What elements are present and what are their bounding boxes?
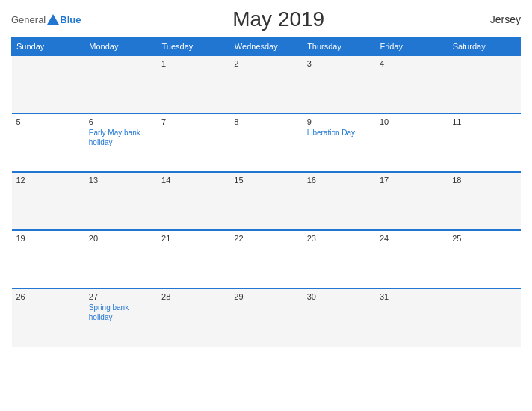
cell-w3-d4: 15: [229, 172, 302, 230]
day-number: 9: [307, 117, 371, 126]
day-number: 29: [234, 292, 297, 301]
week-row-4: 19202122232425: [12, 230, 521, 288]
logo: General Blue: [11, 14, 81, 25]
week-row-1: 1234: [12, 55, 521, 114]
cell-w1-d5: 3: [303, 55, 375, 114]
cell-w4-d3: 21: [157, 230, 229, 288]
day-number: 19: [16, 234, 80, 243]
cell-w4-d5: 23: [303, 230, 375, 288]
day-number: 15: [234, 176, 297, 185]
week-row-3: 12131415161718: [12, 172, 521, 230]
week-row-2: 56Early May bank holiday789Liberation Da…: [12, 114, 521, 172]
cell-w1-d7: [448, 55, 520, 114]
calendar-body: 123456Early May bank holiday789Liberatio…: [12, 55, 521, 347]
col-wednesday: Wednesday: [229, 38, 302, 56]
month-title: May 2019: [81, 7, 476, 31]
col-friday: Friday: [375, 38, 448, 56]
cell-w5-d4: 29: [229, 288, 302, 347]
day-number: 30: [307, 292, 371, 301]
cell-w4-d6: 24: [375, 230, 448, 288]
day-number: 5: [16, 117, 80, 126]
day-number: 13: [89, 176, 152, 185]
week-row-5: 2627Spring bank holiday28293031: [12, 288, 521, 347]
day-number: 24: [380, 234, 443, 243]
cell-w3-d2: 13: [84, 172, 157, 230]
col-saturday: Saturday: [448, 38, 520, 56]
cell-w4-d1: 19: [12, 230, 84, 288]
cell-w4-d2: 20: [84, 230, 157, 288]
cell-w4-d7: 25: [448, 230, 520, 288]
cell-w1-d1: [12, 55, 84, 114]
cell-w2-d7: 11: [448, 114, 520, 172]
col-sunday: Sunday: [12, 38, 84, 56]
holiday-label: Early May bank holiday: [89, 128, 152, 147]
day-number: 22: [234, 234, 297, 243]
calendar-page: General Blue May 2019 Jersey Sunday Mond…: [0, 0, 532, 411]
cell-w3-d3: 14: [157, 172, 229, 230]
cell-w5-d6: 31: [375, 288, 448, 347]
day-number: 18: [452, 176, 516, 185]
cell-w2-d2: 6Early May bank holiday: [84, 114, 157, 172]
col-thursday: Thursday: [303, 38, 375, 56]
logo-blue-text: Blue: [60, 15, 81, 25]
day-number: 6: [89, 117, 152, 126]
day-number: 16: [307, 176, 371, 185]
day-number: 26: [16, 292, 80, 301]
cell-w3-d7: 18: [448, 172, 520, 230]
cell-w3-d1: 12: [12, 172, 84, 230]
day-number: 27: [89, 292, 152, 301]
cell-w2-d1: 5: [12, 114, 84, 172]
cell-w2-d6: 10: [375, 114, 448, 172]
day-number: 14: [161, 176, 225, 185]
holiday-label: Spring bank holiday: [89, 303, 152, 322]
day-number: 20: [89, 234, 152, 243]
day-number: 2: [234, 59, 297, 68]
day-number: 28: [161, 292, 225, 301]
day-number: 8: [234, 117, 297, 126]
col-tuesday: Tuesday: [157, 38, 229, 56]
cell-w2-d3: 7: [157, 114, 229, 172]
day-number: 11: [452, 117, 516, 126]
day-number: 7: [161, 117, 225, 126]
col-monday: Monday: [84, 38, 157, 56]
header: General Blue May 2019 Jersey: [11, 7, 521, 31]
cell-w1-d4: 2: [229, 55, 302, 114]
day-number: 1: [161, 59, 225, 68]
cell-w1-d3: 1: [157, 55, 229, 114]
cell-w5-d2: 27Spring bank holiday: [84, 288, 157, 347]
cell-w1-d6: 4: [375, 55, 448, 114]
cell-w5-d1: 26: [12, 288, 84, 347]
day-number: 3: [307, 59, 371, 68]
cell-w4-d4: 22: [229, 230, 302, 288]
day-number: 12: [16, 176, 80, 185]
day-number: 10: [380, 117, 443, 126]
cell-w3-d6: 17: [375, 172, 448, 230]
cell-w2-d4: 8: [229, 114, 302, 172]
day-number: 21: [161, 234, 225, 243]
day-number: 4: [380, 59, 443, 68]
calendar-header: Sunday Monday Tuesday Wednesday Thursday…: [12, 38, 521, 56]
cell-w5-d5: 30: [303, 288, 375, 347]
calendar-table: Sunday Monday Tuesday Wednesday Thursday…: [11, 37, 521, 347]
day-number: 23: [307, 234, 371, 243]
cell-w1-d2: [84, 55, 157, 114]
day-number: 25: [452, 234, 516, 243]
logo-triangle-icon: [47, 14, 59, 25]
logo-general-text: General: [11, 15, 46, 25]
cell-w5-d7: [448, 288, 520, 347]
location-label: Jersey: [476, 13, 521, 25]
holiday-label: Liberation Day: [307, 128, 371, 137]
cell-w3-d5: 16: [303, 172, 375, 230]
cell-w2-d5: 9Liberation Day: [303, 114, 375, 172]
day-number: 17: [380, 176, 443, 185]
cell-w5-d3: 28: [157, 288, 229, 347]
day-header-row: Sunday Monday Tuesday Wednesday Thursday…: [12, 38, 521, 56]
day-number: 31: [380, 292, 443, 301]
